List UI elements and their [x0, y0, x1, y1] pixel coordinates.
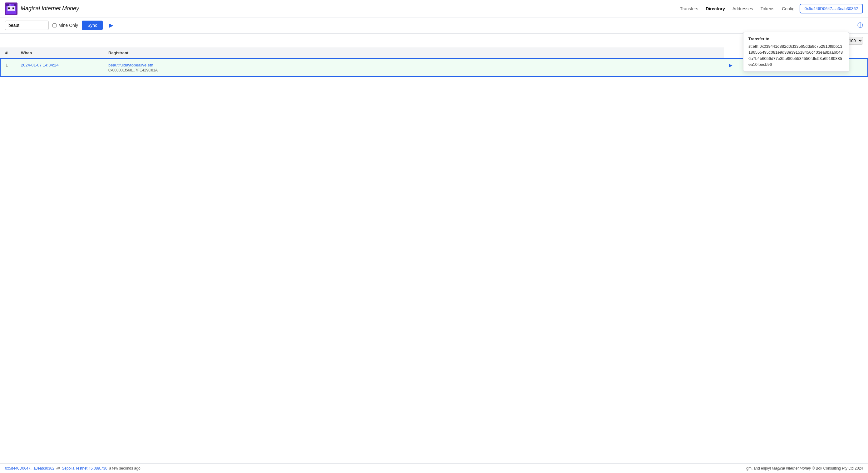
logo-icon	[5, 2, 18, 15]
sync-button[interactable]: Sync	[82, 21, 103, 30]
toolbar: Mine Only Sync ▶ ⓘ Transfer to st:eth:0x…	[0, 18, 868, 33]
table-row[interactable]: 1 2024-01-07 14:34:24 beautifuldaytobeal…	[0, 59, 868, 76]
when-link[interactable]: 2024-01-07 14:34:24	[21, 63, 59, 67]
transfer-popover: Transfer to st:eth:0x039441d882d0cf33565…	[743, 32, 849, 72]
footer-network[interactable]: Sepolia Testnet #5,089,730	[62, 466, 107, 471]
app-title: Magical Internet Money	[21, 5, 79, 12]
row-transfer-icon[interactable]: ▶	[729, 63, 733, 68]
svg-rect-8	[12, 7, 14, 9]
svg-rect-2	[6, 4, 9, 6]
footer-right: gm, and enjoy! Magical Internet Money © …	[746, 466, 863, 471]
pagination-bar: 1/6 « ‹ 1 › » 10 25 50 100	[0, 33, 868, 47]
svg-rect-5	[14, 4, 16, 6]
directory-table: # When Registrant 1 2024-01-07 14:34:24 …	[0, 47, 868, 77]
nav-transfers[interactable]: Transfers	[680, 5, 699, 12]
table-header-row: # When Registrant	[0, 47, 868, 59]
table-container: # When Registrant 1 2024-01-07 14:34:24 …	[0, 47, 868, 463]
footer-wallet[interactable]: 0x5d446D0647...a3eab30362	[5, 466, 54, 471]
svg-rect-3	[9, 4, 11, 6]
registrant-addr: 0x000001f568...7FE429C81A	[108, 68, 719, 72]
footer-time: a few seconds ago	[109, 466, 141, 471]
info-icon[interactable]: ⓘ	[857, 22, 863, 29]
footer-copyright-suffix: © Bok Consulting Pty Ltd 2024	[811, 466, 863, 471]
cell-registrant: beautifuldaytobealive.eth 0x000001f568..…	[103, 59, 724, 76]
svg-rect-12	[6, 11, 16, 14]
footer-copyright-prefix: gm, and enjoy!	[746, 466, 772, 471]
col-header-registrant: Registrant	[103, 47, 724, 59]
footer-left: 0x5d446D0647...a3eab30362 @ Sepolia Test…	[5, 466, 141, 471]
mine-only-checkbox[interactable]	[53, 24, 57, 28]
svg-rect-7	[8, 7, 10, 9]
col-header-when: When	[16, 47, 103, 59]
svg-rect-11	[15, 6, 16, 11]
mine-only-checkbox-label[interactable]: Mine Only	[53, 23, 78, 28]
search-input[interactable]	[5, 21, 49, 30]
nav-tokens[interactable]: Tokens	[761, 5, 774, 12]
popover-title: Transfer to	[748, 36, 844, 42]
cell-when: 2024-01-07 14:34:24	[16, 59, 103, 76]
cell-num: 1	[0, 59, 16, 76]
nav-config[interactable]: Config	[782, 5, 794, 12]
play-icon[interactable]: ▶	[109, 22, 113, 29]
popover-content: st:eth:0x039441d882d0cf33565dda9c752910f…	[748, 43, 844, 68]
header: Magical Internet Money Transfers Directo…	[0, 0, 868, 18]
wallet-button[interactable]: 0x5d446D0647...a3eab30362	[800, 4, 863, 13]
nav-directory[interactable]: Directory	[706, 5, 725, 12]
footer-app-name: Magical Internet Money	[772, 466, 811, 471]
registrant-name[interactable]: beautifuldaytobealive.eth	[108, 63, 719, 67]
main-nav: Transfers Directory Addresses Tokens Con…	[680, 5, 795, 12]
nav-addresses[interactable]: Addresses	[733, 5, 753, 12]
svg-rect-10	[6, 6, 7, 11]
col-header-num: #	[0, 47, 16, 59]
app-logo: Magical Internet Money	[5, 2, 79, 15]
svg-rect-4	[11, 4, 14, 6]
footer: 0x5d446D0647...a3eab30362 @ Sepolia Test…	[0, 463, 868, 473]
